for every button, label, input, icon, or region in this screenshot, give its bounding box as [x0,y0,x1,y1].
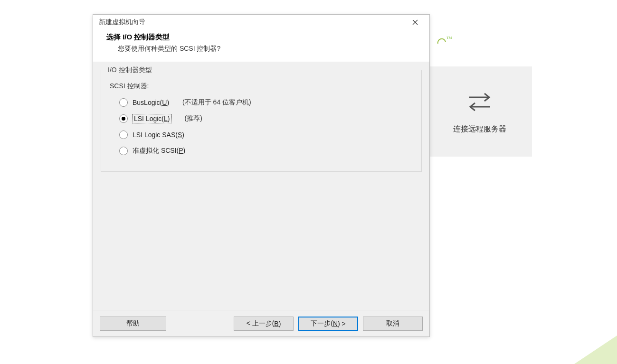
radio-icon [119,131,128,139]
back-button[interactable]: < 上一步(B) [234,317,294,331]
radio-icon [119,114,128,123]
wizard-step-title: 选择 I/O 控制器类型 [106,33,416,42]
radio-hint: (不适用于 64 位客户机) [182,98,251,107]
wizard-content: I/O 控制器类型 SCSI 控制器: BusLogic(U) (不适用于 64… [93,62,429,310]
transfer-arrows-icon [465,89,494,115]
radio-label: LSI Logic(L) [133,114,171,123]
close-icon [412,19,418,25]
trademark-text: ™ [437,36,451,46]
fieldset-legend: I/O 控制器类型 [106,66,154,75]
radio-option-lsi-logic-sas[interactable]: LSI Logic SAS(S) [101,131,421,139]
dialog-title: 新建虚拟机向导 [99,18,145,27]
button-bar: 帮助 < 上一步(B) 下一步(N) > 取消 [93,310,429,336]
radio-option-lsi-logic[interactable]: LSI Logic(L) (推荐) [101,114,421,123]
radio-option-buslogic[interactable]: BusLogic(U) (不适用于 64 位客户机) [101,98,421,107]
radio-icon [119,147,128,155]
radio-hint: (推荐) [185,114,202,123]
wizard-header: 选择 I/O 控制器类型 您要使用何种类型的 SCSI 控制器? [93,30,429,62]
wizard-step-subtitle: 您要使用何种类型的 SCSI 控制器? [106,45,416,53]
titlebar: 新建虚拟机向导 [93,15,429,30]
radio-label: LSI Logic SAS(S) [133,131,184,139]
close-button[interactable] [406,15,425,29]
connect-remote-server-label: 连接远程服务器 [453,124,506,134]
radio-label: BusLogic(U) [133,99,169,106]
io-controller-fieldset: I/O 控制器类型 SCSI 控制器: BusLogic(U) (不适用于 64… [101,70,422,172]
connect-remote-server-tile[interactable]: 连接远程服务器 [427,66,532,157]
new-vm-wizard-dialog: 新建虚拟机向导 选择 I/O 控制器类型 您要使用何种类型的 SCSI 控制器?… [93,14,430,337]
help-button[interactable]: 帮助 [100,317,166,331]
radio-icon [119,98,128,107]
radio-label: 准虚拟化 SCSI(P) [133,147,185,155]
scsi-controller-label: SCSI 控制器: [101,82,421,91]
radio-option-paravirtual-scsi[interactable]: 准虚拟化 SCSI(P) [101,147,421,155]
cancel-button[interactable]: 取消 [363,317,423,331]
next-button[interactable]: 下一步(N) > [298,317,358,331]
decorative-corner [574,336,617,364]
